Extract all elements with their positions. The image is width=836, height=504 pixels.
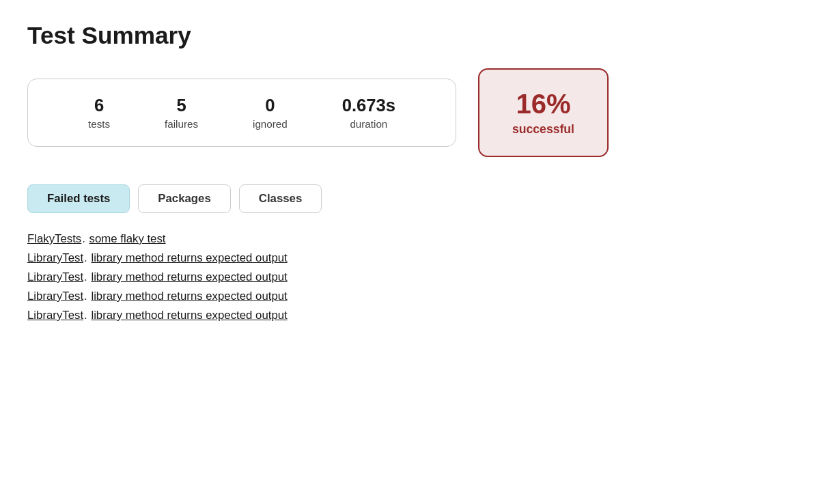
failed-test-item: LibraryTest. library method returns expe… [27,251,809,265]
test-method-link[interactable]: library method returns expected output [91,270,287,283]
test-separator: . [84,290,90,303]
tests-label: tests [88,118,110,130]
tabs-row: Failed tests Packages Classes [27,184,809,213]
failed-test-item: LibraryTest. library method returns expe… [27,309,809,322]
tab-packages[interactable]: Packages [138,184,230,213]
test-method-link[interactable]: library method returns expected output [91,309,287,322]
test-method-link[interactable]: some flaky test [89,232,166,245]
summary-row: 6 tests 5 failures 0 ignored 0.673s dura… [27,68,809,157]
test-method-link[interactable]: library method returns expected output [91,290,287,303]
test-class-link[interactable]: LibraryTest [27,309,83,322]
stat-tests: 6 tests [61,96,137,130]
duration-label: duration [350,118,387,130]
test-class-link[interactable]: LibraryTest [27,290,83,303]
ignored-value: 0 [265,96,275,115]
test-method-link[interactable]: library method returns expected output [91,251,287,264]
test-class-link[interactable]: LibraryTest [27,270,83,283]
success-box: 16% successful [478,68,609,157]
stat-ignored: 0 ignored [225,96,315,130]
page-title: Test Summary [27,22,809,49]
tests-value: 6 [94,96,104,115]
test-separator: . [84,251,90,264]
failed-test-item: LibraryTest. library method returns expe… [27,290,809,303]
failures-label: failures [165,118,198,130]
stat-failures: 5 failures [137,96,225,130]
duration-value: 0.673s [342,96,395,115]
stat-duration: 0.673s duration [315,96,423,130]
tab-classes[interactable]: Classes [239,184,322,213]
test-class-link[interactable]: FlakyTests [27,232,81,245]
success-label: successful [512,122,574,137]
test-class-link[interactable]: LibraryTest [27,251,83,264]
ignored-label: ignored [253,118,288,130]
failures-value: 5 [176,96,186,115]
test-separator: . [82,232,88,245]
failed-test-item: LibraryTest. library method returns expe… [27,270,809,284]
failed-test-item: FlakyTests. some flaky test [27,232,809,246]
tab-failed-tests[interactable]: Failed tests [27,184,130,213]
stats-box: 6 tests 5 failures 0 ignored 0.673s dura… [27,79,456,147]
success-percent: 16% [516,89,570,120]
test-separator: . [84,270,90,283]
test-separator: . [84,309,90,322]
failed-tests-list: FlakyTests. some flaky testLibraryTest. … [27,232,809,322]
